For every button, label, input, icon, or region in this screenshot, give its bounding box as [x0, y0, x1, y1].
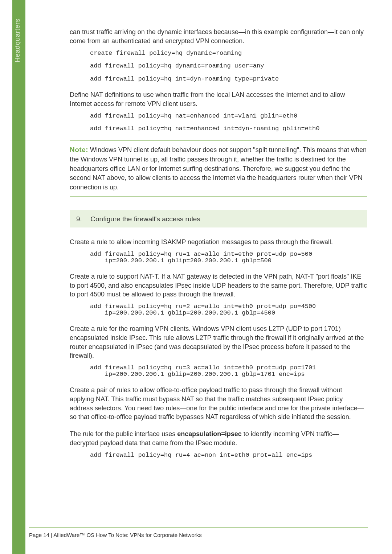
- code-block-4: add firewall policy=hq ru=2 ac=allo int=…: [90, 303, 367, 316]
- paragraph-rulespair: Create a pair of rules to allow office-t…: [70, 386, 367, 422]
- paragraph-isakmp: Create a rule to allow incoming ISAKMP n…: [70, 238, 367, 247]
- step-number: 9.: [76, 215, 89, 223]
- sidebar-tab: Headquarters: [12, 0, 25, 554]
- note-body: Windows VPN client default behaviour doe…: [70, 146, 367, 191]
- footer-text: Page 14 | AlliedWare™ OS How To Note: VP…: [29, 532, 202, 538]
- para7a: The rule for the public interface uses: [70, 430, 177, 438]
- sidebar-label: Headquarters: [13, 19, 21, 62]
- note-label: Note:: [70, 146, 88, 153]
- paragraph-encaps: The rule for the public interface uses e…: [70, 430, 367, 448]
- code-block-2: add firewall policy=hq nat=enhanced int=…: [90, 113, 367, 132]
- footer-divider: [29, 527, 368, 528]
- main-content: can trust traffic arriving on the dynami…: [70, 28, 367, 463]
- paragraph-natt: Create a rule to support NAT-T. If a NAT…: [70, 272, 367, 299]
- note-box: Note: Windows VPN client default behavio…: [70, 140, 367, 197]
- code-block-1: create firewall policy=hq dynamic=roamin…: [90, 50, 367, 82]
- paragraph-nat: Define NAT definitions to use when traff…: [70, 90, 367, 108]
- step-heading: 9. Configure the firewall's access rules: [70, 210, 367, 227]
- paragraph-intro: can trust traffic arriving on the dynami…: [70, 28, 367, 46]
- para7b-bold: encapsulation=ipsec: [177, 430, 242, 438]
- code-block-5: add firewall policy=hq ru=3 ac=allo int=…: [90, 365, 367, 378]
- code-block-3: add firewall policy=hq ru=1 ac=allo int=…: [90, 251, 367, 264]
- step-title: Configure the firewall's access rules: [90, 215, 200, 223]
- note-text: Note: Windows VPN client default behavio…: [70, 145, 367, 192]
- paragraph-roaming: Create a rule for the roaming VPN client…: [70, 324, 367, 360]
- code-block-6: add firewall policy=hq ru=4 ac=non int=e…: [90, 452, 367, 459]
